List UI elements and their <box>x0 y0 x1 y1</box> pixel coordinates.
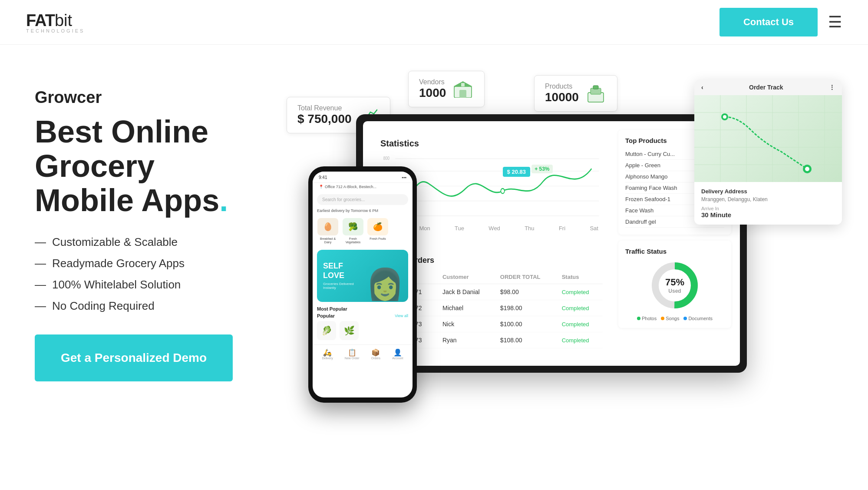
traffic-panel: Traffic Status 75% Used <box>618 241 731 328</box>
cat-img-2: 🥦 <box>343 218 363 235</box>
phone-bottom-nav: 🛵Delivery 📋New Order 📦Orders 👤Account <box>313 344 413 363</box>
nav-new-order[interactable]: 📋New Order <box>345 348 360 360</box>
phone-popular-items: 🥬 🌿 <box>313 319 413 342</box>
pct-badge: + 53% <box>531 165 552 173</box>
day-mon: Mon <box>419 225 430 232</box>
category-2[interactable]: 🥦 Fresh Vegetables <box>342 218 364 245</box>
feature-2: —Readymade Grocery Apps <box>35 257 295 270</box>
phone-popular-label-row: Popular View all <box>313 312 413 319</box>
svg-point-19 <box>805 167 809 171</box>
phone-popular-row: Most Popular <box>313 305 413 312</box>
logo-sub: TECHNOLOGIES <box>26 28 85 33</box>
dash-icon: — <box>35 299 46 313</box>
banner-title: SELFLOVE <box>323 262 354 280</box>
cat-img-3: 🍊 <box>367 218 388 235</box>
order-track-header: ‹ Order Track ⋮ <box>694 79 842 95</box>
hamburger-icon[interactable]: ☰ <box>828 13 842 31</box>
header-right: Contact Us ☰ <box>719 8 842 36</box>
tablet-two-col: Statistics $ 20.83 + 53% 800 600 400 <box>372 130 731 357</box>
logo: FATbit TECHNOLOGIES <box>26 11 85 33</box>
delivery-label: Delivery Address <box>701 188 835 195</box>
customer-cell: Nick <box>438 316 496 332</box>
phone-top-bar: 9:41 ▪▪▪ <box>313 172 413 183</box>
hero-title-line1: Best Online Grocery <box>35 114 208 183</box>
day-tue: Tue <box>455 225 464 232</box>
total-cell: $98.00 <box>496 284 558 300</box>
product-name: Face Wash <box>625 207 653 214</box>
phone-delivery: Earliest delivery by Tomorrow 6 PM <box>313 209 413 215</box>
tablet-screen: Statistics $ 20.83 + 53% 800 600 400 <box>363 121 740 366</box>
total-cell: $198.00 <box>496 300 558 316</box>
nav-orders[interactable]: 📦Orders <box>371 348 380 360</box>
phone-time: 9:41 <box>319 175 327 180</box>
brand-name: Growcer <box>35 88 295 107</box>
banner-content: SELFLOVE Groceries DeliveredInstantly <box>323 262 354 290</box>
products-icon <box>585 83 607 104</box>
location-text: Office 712 A-Block, Bestech... <box>325 185 376 189</box>
product-name: Frozen Seafood-1 <box>625 196 670 202</box>
logo-bit: bit <box>55 11 72 30</box>
legend-photos: Photos <box>637 316 657 321</box>
statistics-title: Statistics <box>380 139 603 149</box>
customer-cell: Ryan <box>438 332 496 348</box>
cat-label-2: Fresh Vegetables <box>342 237 364 245</box>
total-cell: $108.00 <box>496 332 558 348</box>
traffic-sub: Used <box>665 288 684 294</box>
legend-docs: Documents <box>683 316 713 321</box>
col-total: ORDER TOTAL <box>496 270 558 284</box>
order-track-card: ‹ Order Track ⋮ <box>694 79 842 225</box>
category-1[interactable]: 🥚 Breakfast & Dairy <box>317 218 339 245</box>
revenue-label: Total Revenue <box>297 104 352 112</box>
arrive-label: Arrive In <box>701 206 835 211</box>
contact-button[interactable]: Contact Us <box>719 8 818 36</box>
products-label: Products <box>545 83 579 90</box>
banner-sub: Groceries DeliveredInstantly <box>323 282 354 290</box>
status-cell: Completed <box>558 284 603 300</box>
customer-cell: Jack B Danial <box>438 284 496 300</box>
donut-text: 75% Used <box>665 277 684 294</box>
most-popular-label: Most Popular <box>317 306 347 311</box>
vendors-value: 1000 <box>419 86 446 100</box>
phone-screen: 9:41 ▪▪▪ 📍 Office 712 A-Block, Bestech..… <box>313 172 413 397</box>
delivery-address: Mranggen, Delanggu, Klaten <box>701 196 835 202</box>
dash-icon: — <box>35 278 46 291</box>
day-wed: Wed <box>488 225 500 232</box>
product-name: Apple - Green <box>625 162 660 169</box>
category-3[interactable]: 🍊 Fresh Fruits <box>367 218 388 245</box>
product-name: Dandruff gel <box>625 219 656 225</box>
features-list: —Customizable & Scalable —Readymade Groc… <box>35 235 295 313</box>
order-track-title: Order Track <box>749 84 783 91</box>
cat-img-1: 🥚 <box>317 218 338 235</box>
phone-search[interactable]: Search for groceries... <box>317 194 408 205</box>
total-cell: $100.00 <box>496 316 558 332</box>
hero-left: Growcer Best Online Grocery Mobile Apps.… <box>35 71 295 381</box>
cat-label-3: Fresh Fruits <box>370 237 386 241</box>
customer-cell: Michael <box>438 300 496 316</box>
popular-item-1: 🥬 <box>317 321 336 340</box>
product-name: Mutton - Curry Cu... <box>625 151 675 157</box>
order-track-details: Delivery Address Mranggen, Delanggu, Kla… <box>694 182 842 225</box>
status-badge: Completed <box>562 337 589 344</box>
popular-item-2: 🌿 <box>340 321 359 340</box>
phone-banner: SELFLOVE Groceries DeliveredInstantly 👩 <box>317 250 408 302</box>
status-cell: Completed <box>558 316 603 332</box>
arrive-value: 30 Minute <box>701 211 835 219</box>
product-name: Alphonso Mango <box>625 173 668 180</box>
traffic-pct: 75% <box>665 277 684 288</box>
stat-card-vendors: Vendors 1000 <box>408 71 485 107</box>
cta-button[interactable]: Get a Personalized Demo <box>35 334 233 381</box>
donut-chart: 75% Used <box>649 259 701 311</box>
view-all-link[interactable]: View all <box>395 314 408 318</box>
nav-delivery[interactable]: 🛵Delivery <box>322 348 333 360</box>
revenue-value: $ 750,000 <box>297 112 352 126</box>
phone-categories: 🥚 Breakfast & Dairy 🥦 Fresh Vegetables 🍊… <box>313 215 413 247</box>
col-customer: Customer <box>438 270 496 284</box>
traffic-title: Traffic Status <box>625 248 724 255</box>
day-fri: Fri <box>559 225 565 232</box>
status-badge: Completed <box>562 321 589 328</box>
hero-title: Best Online Grocery Mobile Apps. <box>35 115 295 218</box>
hero-dot: . <box>219 183 228 218</box>
nav-account[interactable]: 👤Account <box>392 348 403 360</box>
cat-label-1: Breakfast & Dairy <box>317 237 339 245</box>
banner-person-icon: 👩 <box>366 266 404 302</box>
